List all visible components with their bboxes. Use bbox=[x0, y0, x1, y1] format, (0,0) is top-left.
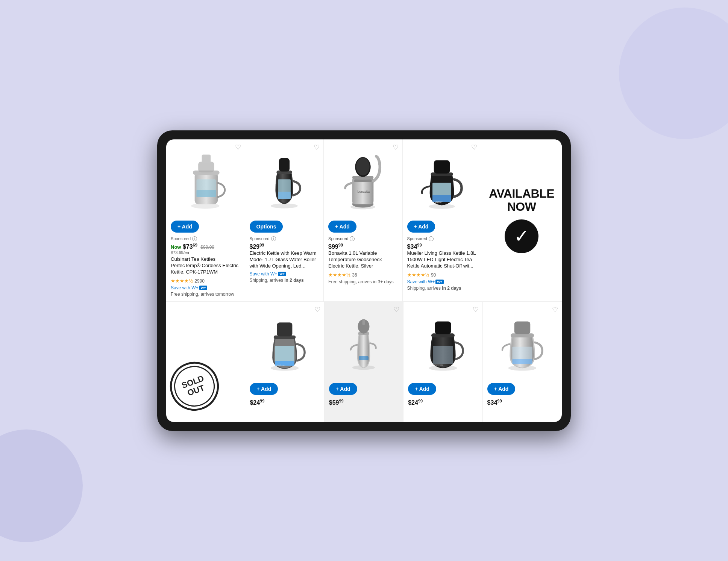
walmart-plus-1: W+ bbox=[199, 286, 208, 290]
wishlist-btn-6[interactable]: ♡ bbox=[314, 305, 320, 314]
price-row-6: $2499 bbox=[250, 399, 319, 406]
available-now-panel: AVAILABLE NOW ✓ bbox=[481, 139, 562, 301]
info-icon-4[interactable]: i bbox=[429, 236, 434, 241]
svg-rect-48 bbox=[512, 359, 532, 364]
price-row-4: $3499 bbox=[407, 243, 477, 250]
product-title-1: Cuisinart Tea Kettles PerfecTemp® Cordle… bbox=[171, 256, 240, 275]
available-now-title: AVAILABLE NOW bbox=[489, 187, 554, 213]
shipping-4: Shipping, arrives in 2 days bbox=[407, 286, 477, 291]
add-btn-8[interactable]: + Add bbox=[408, 383, 436, 395]
options-btn-2[interactable]: Options bbox=[250, 221, 283, 233]
price-main-1: $7369 bbox=[183, 243, 197, 250]
price-main-9: $3499 bbox=[487, 399, 502, 406]
price-main-3: $9999 bbox=[328, 243, 343, 250]
tablet-frame: ♡ bbox=[157, 130, 571, 431]
add-btn-1[interactable]: + Add bbox=[171, 221, 199, 233]
sold-out-stamp: SOLD OUT bbox=[166, 355, 226, 417]
shipping-2: Shipping, arrives in 2 days bbox=[250, 278, 319, 283]
product-cell-1: ♡ bbox=[166, 139, 245, 301]
add-btn-7[interactable]: + Add bbox=[329, 383, 357, 395]
svg-rect-7 bbox=[202, 154, 211, 163]
svg-rect-40 bbox=[359, 356, 369, 360]
stars-4: ★★★★½ bbox=[407, 272, 429, 278]
shipping-1: Free shipping, arrives tomorrow bbox=[171, 292, 240, 297]
bg-circle-right bbox=[619, 8, 728, 139]
wishlist-btn-3[interactable]: ♡ bbox=[393, 143, 399, 151]
product-image-8: chefman bbox=[408, 308, 478, 379]
add-btn-3[interactable]: + Add bbox=[328, 221, 356, 233]
product-image-3: bonavita bbox=[328, 145, 398, 217]
add-btn-6[interactable]: + Add bbox=[250, 383, 278, 395]
svg-rect-27 bbox=[434, 160, 450, 173]
price-row-7: $5999 bbox=[329, 399, 399, 406]
svg-rect-4 bbox=[197, 190, 216, 197]
info-icon-3[interactable]: i bbox=[350, 236, 355, 241]
checkmark-circle: ✓ bbox=[505, 219, 538, 253]
product-title-4: Mueller Living Glass Kettle 1.8L 1500W L… bbox=[407, 250, 477, 269]
price-main-7: $5999 bbox=[329, 399, 344, 406]
price-main-2: $2999 bbox=[250, 243, 264, 250]
price-main-4: $3499 bbox=[407, 243, 422, 250]
sponsored-label-3: Sponsored i bbox=[328, 236, 398, 241]
price-main-6: $2499 bbox=[250, 399, 264, 406]
wishlist-btn-1[interactable]: ♡ bbox=[235, 143, 241, 151]
bg-circle-left bbox=[0, 429, 83, 542]
product-image-4: Mueller bbox=[407, 145, 477, 217]
svg-text:chefman: chefman bbox=[434, 363, 443, 366]
price-now-label: Now bbox=[171, 244, 181, 250]
product-cell-2: ♡ bbox=[245, 139, 324, 301]
product-image-1 bbox=[171, 145, 240, 217]
svg-rect-13 bbox=[279, 158, 290, 171]
svg-point-22 bbox=[356, 157, 370, 175]
sponsored-label-2: Sponsored i bbox=[250, 236, 319, 241]
review-count-4: 90 bbox=[431, 272, 436, 278]
product-image-6: chefman bbox=[250, 308, 319, 379]
check-icon: ✓ bbox=[514, 227, 529, 245]
svg-text:chefman: chefman bbox=[276, 364, 285, 366]
price-main-8: $2499 bbox=[408, 399, 423, 406]
wishlist-btn-4[interactable]: ♡ bbox=[471, 143, 477, 151]
tablet-screen: ♡ bbox=[166, 139, 562, 422]
add-btn-9[interactable]: + Add bbox=[487, 383, 516, 395]
svg-text:bonavita: bonavita bbox=[358, 190, 370, 194]
ratings-4: ★★★★½ 90 bbox=[407, 271, 477, 278]
save-with-1: Save with W+ W+ bbox=[171, 285, 240, 290]
svg-point-8 bbox=[271, 203, 298, 208]
price-per-ea-1: $73.69/ea bbox=[171, 250, 240, 255]
stars-1: ★★★★½ bbox=[171, 278, 193, 284]
wishlist-btn-7[interactable]: ♡ bbox=[393, 305, 399, 314]
product-cell-6: ♡ chefman + Add $ bbox=[245, 302, 324, 422]
product-grid-row1: ♡ bbox=[166, 139, 562, 302]
svg-rect-34 bbox=[277, 322, 293, 336]
product-title-3: Bonavita 1.0L Variable Temperature Goose… bbox=[328, 250, 398, 269]
svg-rect-42 bbox=[433, 346, 453, 364]
svg-rect-10 bbox=[278, 192, 291, 199]
shipping-3: Free shipping, arrives in 3+ days bbox=[328, 279, 398, 284]
ratings-3: ★★★★½ 36 bbox=[328, 271, 398, 278]
price-row-9: $3499 bbox=[487, 399, 557, 406]
svg-text:Mueller: Mueller bbox=[434, 201, 443, 203]
price-row-2: $2999 bbox=[250, 243, 319, 250]
product-cell-5-empty: SOLD OUT bbox=[166, 302, 245, 422]
stars-3: ★★★★½ bbox=[328, 272, 350, 278]
wishlist-btn-2[interactable]: ♡ bbox=[314, 143, 320, 151]
wishlist-btn-9[interactable]: ♡ bbox=[552, 305, 558, 314]
add-btn-4[interactable]: + Add bbox=[407, 221, 435, 233]
info-icon-1[interactable]: i bbox=[192, 236, 197, 241]
price-row-1: Now $7369 $99.99 bbox=[171, 243, 240, 250]
product-image-7 bbox=[329, 308, 399, 379]
svg-rect-50 bbox=[514, 321, 531, 334]
product-cell-8: ♡ bbox=[403, 302, 482, 422]
svg-rect-39 bbox=[362, 320, 365, 325]
info-icon-2[interactable]: i bbox=[271, 236, 276, 241]
save-with-2: Save with W+ W+ bbox=[250, 271, 319, 277]
product-cell-3: ♡ bbox=[324, 139, 403, 301]
svg-rect-44 bbox=[435, 321, 451, 334]
product-cell-4: ♡ Mueller + Add bbox=[403, 139, 482, 301]
sold-out-overlay: SOLD OUT bbox=[170, 362, 219, 411]
ratings-1: ★★★★½ 2990 bbox=[171, 277, 240, 284]
sponsored-label-1: Sponsored i bbox=[171, 236, 240, 241]
product-cell-9: ♡ bbox=[483, 302, 562, 422]
wishlist-btn-8[interactable]: ♡ bbox=[473, 305, 479, 314]
product-image-9 bbox=[487, 308, 557, 379]
